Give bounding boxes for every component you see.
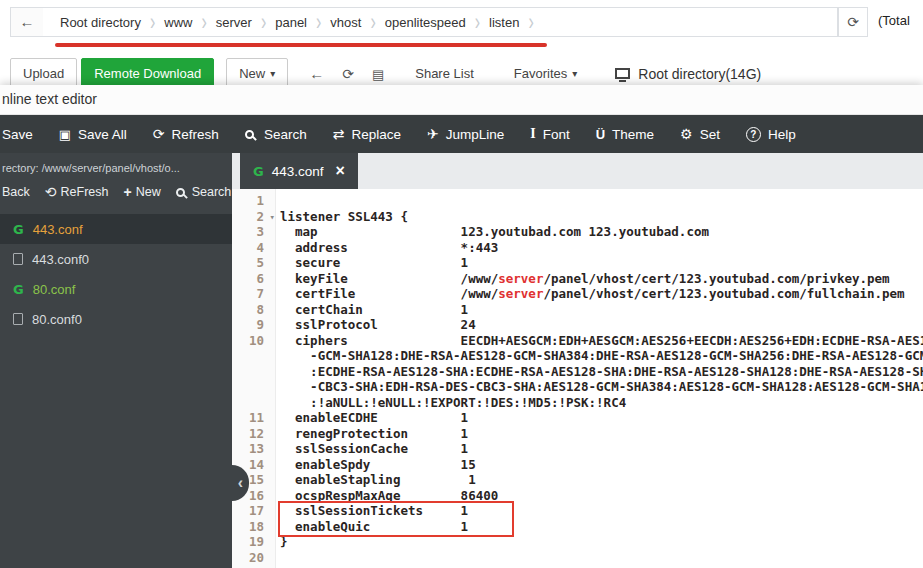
line-number: 17 [232,503,276,519]
back-icon: ← [309,66,324,81]
code-text: address *:443 [276,240,498,256]
refresh-icon: ⟳ [153,127,165,141]
line-number: 10 [232,333,276,349]
code-row[interactable]: 20 [232,550,923,566]
font-icon: I [530,127,535,141]
code-row[interactable]: 14 enableSpdy 15 [232,457,923,473]
breadcrumb-item-vhost[interactable]: vhost [321,15,370,30]
code-row[interactable]: -CBC3-SHA:EDH-RSA-DES-CBC3-SHA:AES128-GC… [232,379,923,395]
breadcrumb-item-openlitespeed[interactable]: openlitespeed [376,15,475,30]
editor-toolbar-refresh[interactable]: ⟳Refresh [140,115,232,153]
editor-toolbar-jumpline[interactable]: ✈JumpLine [414,115,517,153]
breadcrumb-item-listen[interactable]: listen [480,15,528,30]
code-row[interactable]: 4 address *:443 [232,240,923,256]
editor-toolbar-font[interactable]: IFont [517,115,582,153]
button-label: Set [700,127,720,142]
file-name: 443.conf [33,222,83,237]
line-number: 1 [232,193,276,209]
sidebar-tool-search[interactable]: Search [176,185,232,199]
editor-toolbar-help[interactable]: Help [733,115,809,153]
file-item-443-conf0[interactable]: 443.conf0 [0,244,232,274]
code-row[interactable]: 2▾listener SSL443 { [232,209,923,225]
code-editor[interactable]: 12▾listener SSL443 {3 map 123.youtubad.c… [232,189,923,568]
close-icon[interactable]: × [335,163,344,179]
save-all-icon: ▣ [59,128,71,141]
search-icon [176,188,185,197]
line-number [232,364,276,380]
code-row[interactable]: 11 enableECDHE 1 [232,410,923,426]
favorites-label: Favorites [514,66,567,81]
tab-label: 443.conf [272,164,324,179]
editor-toolbar-search[interactable]: Search [232,115,320,153]
gear-icon: ⚙ [680,127,693,141]
editor-toolbar-set[interactable]: ⚙Set [667,115,733,153]
code-row[interactable]: 18 enableQuic 1 [232,519,923,535]
editor-body: rectory: /www/server/panel/vhost/o... Ba… [0,153,923,568]
breadcrumb-item-www[interactable]: www [155,15,201,30]
code-row[interactable]: 15 enableStapling 1 [232,472,923,488]
file-item-80-conf0[interactable]: 80.conf0 [0,304,232,334]
editor-toolbar-save-all[interactable]: ▣Save All [46,115,140,153]
code-lines: 12▾listener SSL443 {3 map 123.youtubad.c… [232,189,923,565]
line-number: 3 [232,224,276,240]
code-text: certChain 1 [276,302,468,318]
code-row[interactable]: 19} [232,534,923,550]
fold-arrow-icon[interactable]: ▾ [270,210,275,226]
button-label: Search [264,127,307,142]
replace-icon: ⇄ [333,127,345,141]
chevron-right-icon: › [370,10,375,34]
code-row[interactable]: 10 ciphers EECDH+AESGCM:EDH+AESGCM:AES25… [232,333,923,349]
code-row[interactable]: 7 certFile /www/server/panel/vhost/cert/… [232,286,923,302]
line-number: 13 [232,441,276,457]
code-text: enableQuic 1 [276,519,468,535]
monitor-icon [615,68,630,79]
breadcrumb-item-panel[interactable]: panel [266,15,316,30]
doc-icon [13,253,23,265]
sidebar-tool-new[interactable]: +New [123,185,160,199]
code-row[interactable]: 17 sslSessionTickets 1 [232,503,923,519]
code-row[interactable]: :!aNULL:!eNULL:!EXPORT:!DES:!MD5:!PSK:!R… [232,395,923,411]
code-text: map 123.youtubad.com 123.youtubad.com [276,224,709,240]
tool-label: Search [192,185,232,199]
sidebar-tool-refresh[interactable]: ⟲ReFresh [45,185,109,199]
breadcrumb-item-server[interactable]: server [207,15,261,30]
code-row[interactable]: :ECDHE-RSA-AES128-SHA:ECDHE-RSA-AES128-S… [232,364,923,380]
code-row[interactable]: 3 map 123.youtubad.com 123.youtubad.com [232,224,923,240]
line-number [232,348,276,364]
chevron-right-icon: › [150,10,155,34]
breadcrumb-item-root-directory[interactable]: Root directory [51,15,150,30]
code-row[interactable]: 16 ocspRespMaxAge 86400 [232,488,923,504]
tab-443-conf[interactable]: G 443.conf × [240,153,358,189]
code-row[interactable]: 13 sslSessionCache 1 [232,441,923,457]
back-button[interactable]: ← [10,7,44,37]
chevron-right-icon: › [475,10,480,34]
file-item-80-conf[interactable]: G80.conf [0,274,232,304]
sidebar-toolbar: Back⟲ReFresh+NewSearch [0,178,232,208]
editor-toolbar-save[interactable]: Save [0,115,46,153]
refresh-button[interactable]: ⟳ [838,7,868,37]
code-text [276,193,280,209]
code-text: sslProtocol 24 [276,317,476,333]
editor-toolbar-replace[interactable]: ⇄Replace [320,115,414,153]
sidebar-tool-back[interactable]: Back [2,185,30,199]
code-text: -CBC3-SHA:EDH-RSA-DES-CBC3-SHA:AES128-GC… [276,379,923,395]
code-row[interactable]: 9 sslProtocol 24 [232,317,923,333]
tool-label: New [136,185,161,199]
file-item-443-conf[interactable]: G443.conf [0,214,232,244]
code-row[interactable]: 1 [232,193,923,209]
code-row[interactable]: 6 keyFile /www/server/panel/vhost/cert/1… [232,271,923,287]
line-number: 11 [232,410,276,426]
code-row[interactable]: 12 renegProtection 1 [232,426,923,442]
chevron-left-icon: ‹ [238,475,243,491]
line-number: 5 [232,255,276,271]
editor-toolbar-theme[interactable]: ÜTheme [583,115,667,153]
code-text: sslSessionTickets 1 [276,503,468,519]
code-row[interactable]: -GCM-SHA128:DHE-RSA-AES128-GCM-SHA384:DH… [232,348,923,364]
line-number: 8 [232,302,276,318]
code-row[interactable]: 8 certChain 1 [232,302,923,318]
code-row[interactable]: 5 secure 1 [232,255,923,271]
code-text: -GCM-SHA128:DHE-RSA-AES128-GCM-SHA384:DH… [276,348,923,364]
code-text: sslSessionCache 1 [276,441,468,457]
button-label: Theme [612,127,654,142]
code-text: listener SSL443 { [276,209,408,225]
